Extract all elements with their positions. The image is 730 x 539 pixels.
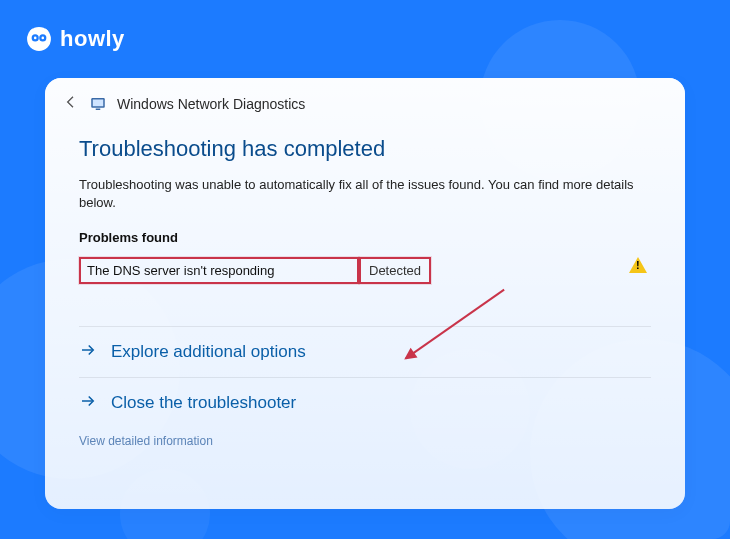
- svg-rect-6: [93, 100, 104, 107]
- explore-option-label: Explore additional options: [111, 342, 306, 362]
- problem-status: Detected: [359, 257, 431, 284]
- title-bar: Windows Network Diagnostics: [45, 92, 685, 122]
- page-subtext: Troubleshooting was unable to automatica…: [79, 176, 651, 212]
- svg-rect-7: [96, 109, 101, 111]
- close-troubleshooter[interactable]: Close the troubleshooter: [79, 378, 651, 428]
- svg-point-3: [34, 37, 37, 40]
- problem-row: The DNS server isn't responding Detected: [79, 249, 651, 327]
- problems-found-label: Problems found: [79, 230, 651, 245]
- back-arrow-icon[interactable]: [63, 94, 79, 114]
- arrow-right-icon: [79, 341, 97, 363]
- warning-icon: [629, 257, 647, 275]
- window-title: Windows Network Diagnostics: [117, 96, 305, 112]
- network-diagnostics-icon: [89, 95, 107, 113]
- arrow-right-icon: [79, 392, 97, 414]
- problem-name: The DNS server isn't responding: [79, 257, 359, 284]
- page-heading: Troubleshooting has completed: [79, 136, 651, 162]
- close-option-label: Close the troubleshooter: [111, 393, 296, 413]
- brand-name: howly: [60, 26, 125, 52]
- brand-logo: howly: [26, 26, 125, 52]
- owl-icon: [26, 26, 52, 52]
- svg-point-4: [41, 37, 44, 40]
- diagnostics-dialog: Windows Network Diagnostics Troubleshoot…: [45, 78, 685, 509]
- explore-additional-options[interactable]: Explore additional options: [79, 327, 651, 378]
- view-detailed-information-link[interactable]: View detailed information: [79, 434, 213, 448]
